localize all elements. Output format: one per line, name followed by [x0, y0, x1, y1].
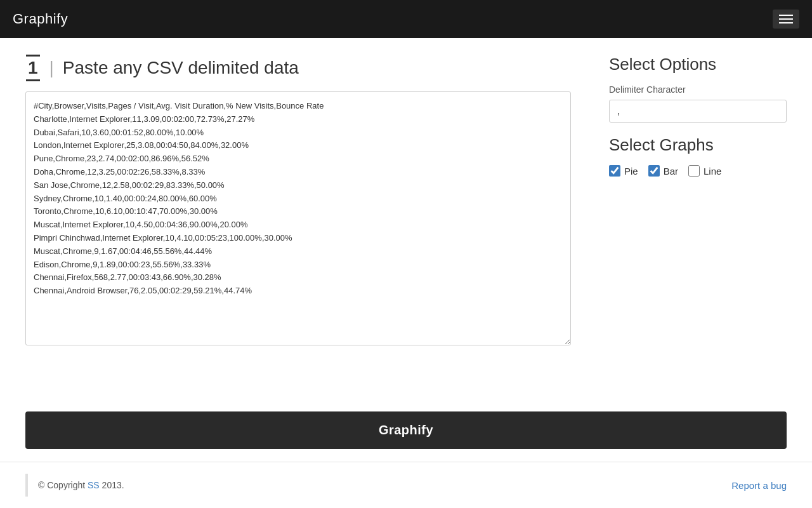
graphify-btn-container: Graphify	[25, 411, 787, 449]
step-title: Paste any CSV delimited data	[63, 58, 299, 78]
select-graphs-title: Select Graphs	[609, 135, 787, 155]
step-bar-bottom	[26, 79, 40, 81]
step-separator: |	[49, 58, 54, 78]
step-bar-top	[26, 55, 40, 57]
step-header: 1 | Paste any CSV delimited data	[25, 55, 571, 81]
footer-left: © Copyright SS 2013.	[25, 474, 124, 497]
delimiter-input[interactable]	[609, 100, 787, 123]
app-logo: Graphify	[13, 11, 68, 27]
step-number: 1	[25, 58, 41, 78]
left-section: 1 | Paste any CSV delimited data	[25, 55, 571, 404]
bar-label: Bar	[664, 166, 678, 177]
line-checkbox[interactable]	[688, 165, 700, 177]
line-label: Line	[704, 166, 721, 177]
content-area: 1 | Paste any CSV delimited data Select …	[0, 38, 812, 455]
delimiter-label: Delimiter Character	[609, 84, 787, 95]
pie-option[interactable]: Pie	[609, 165, 638, 177]
year-text: 2013.	[100, 480, 124, 490]
copyright-text: © Copyright	[38, 480, 88, 490]
header: Graphify	[0, 0, 812, 38]
right-section: Select Options Delimiter Character Selec…	[609, 55, 787, 404]
hamburger-line-3	[779, 22, 793, 23]
page-wrapper: Graphify 1 | Paste any CSV delimited dat…	[0, 0, 812, 508]
footer-bar	[25, 474, 28, 497]
graphify-button[interactable]: Graphify	[25, 411, 787, 449]
bar-option[interactable]: Bar	[648, 165, 678, 177]
footer: © Copyright SS 2013. Report a bug	[0, 462, 812, 508]
hamburger-line-2	[779, 18, 793, 20]
hamburger-line-1	[779, 15, 793, 16]
pie-checkbox[interactable]	[609, 165, 620, 177]
author-link[interactable]: SS	[88, 480, 100, 490]
content-row: 1 | Paste any CSV delimited data Select …	[25, 55, 787, 404]
csv-textarea[interactable]	[25, 91, 571, 345]
graph-options: Pie Bar Line	[609, 165, 787, 177]
report-bug-link[interactable]: Report a bug	[731, 480, 787, 491]
line-option[interactable]: Line	[688, 165, 721, 177]
bar-checkbox[interactable]	[648, 165, 660, 177]
pie-label: Pie	[624, 166, 638, 177]
options-title: Select Options	[609, 55, 787, 74]
footer-copyright: © Copyright SS 2013.	[38, 480, 124, 490]
menu-button[interactable]	[773, 10, 799, 29]
step-number-container: 1	[25, 55, 41, 81]
